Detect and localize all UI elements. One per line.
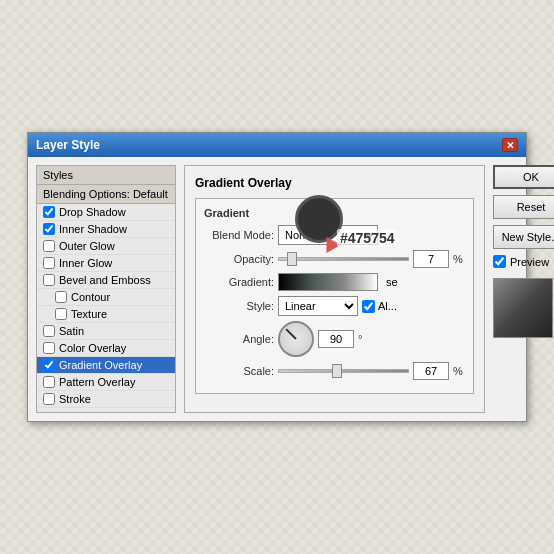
layer-item-inner-glow[interactable]: Inner Glow [37, 255, 175, 272]
style-select[interactable]: Linear Radial Angle [278, 296, 358, 316]
layer-item-gradient-overlay[interactable]: Gradient Overlay [37, 357, 175, 374]
blend-mode-label: Blend Mode: [204, 229, 274, 241]
drop-shadow-checkbox[interactable] [43, 206, 55, 218]
align-label: Al... [378, 300, 397, 312]
gradient-row: Gradient: se [204, 273, 465, 291]
layer-item-inner-shadow[interactable]: Inner Shadow [37, 221, 175, 238]
layer-item-color-overlay[interactable]: Color Overlay [37, 340, 175, 357]
scale-row: Scale: % [204, 362, 465, 380]
layer-item-stroke[interactable]: Stroke [37, 391, 175, 408]
opacity-slider-container: % [278, 250, 465, 268]
dialog-title: Layer Style [36, 138, 100, 152]
scale-slider[interactable] [278, 369, 409, 373]
close-button[interactable]: ✕ [502, 138, 518, 152]
gradient-overlay-checkbox[interactable] [43, 359, 55, 371]
layer-item-texture[interactable]: Texture [37, 306, 175, 323]
degree-sign: ° [358, 333, 362, 345]
inner-glow-checkbox[interactable] [43, 257, 55, 269]
pattern-overlay-checkbox[interactable] [43, 376, 55, 388]
color-overlay-label: Color Overlay [59, 342, 126, 354]
blending-options-label: Blending Options: Default [43, 188, 168, 200]
preview-label: Preview [510, 256, 549, 268]
gradient-label: Gradient: [204, 276, 274, 288]
opacity-percent: % [453, 253, 465, 265]
left-panel: Styles Blending Options: Default Drop Sh… [36, 165, 176, 413]
style-row: Style: Linear Radial Angle Al... [204, 296, 465, 316]
color-picker-circle[interactable] [295, 195, 343, 243]
opacity-input[interactable] [413, 250, 449, 268]
styles-header[interactable]: Styles [37, 166, 175, 185]
opacity-label: Opacity: [204, 253, 274, 265]
bevel-emboss-checkbox[interactable] [43, 274, 55, 286]
inner-shadow-label: Inner Shadow [59, 223, 127, 235]
panel-title: Gradient Overlay [195, 176, 474, 190]
color-hex-label: #475754 [337, 229, 398, 247]
layer-item-drop-shadow[interactable]: Drop Shadow [37, 204, 175, 221]
new-style-button[interactable]: New Style... [493, 225, 554, 249]
color-overlay-checkbox[interactable] [43, 342, 55, 354]
dialog-titlebar: Layer Style ✕ [28, 133, 526, 157]
opacity-slider[interactable] [278, 257, 409, 261]
angle-indicator [285, 328, 296, 339]
outer-glow-checkbox[interactable] [43, 240, 55, 252]
texture-checkbox[interactable] [55, 308, 67, 320]
contour-checkbox[interactable] [55, 291, 67, 303]
reverse-label: se [386, 276, 398, 288]
angle-row: Angle: ° [204, 321, 465, 357]
stroke-checkbox[interactable] [43, 393, 55, 405]
inner-shadow-checkbox[interactable] [43, 223, 55, 235]
preview-swatch [493, 278, 553, 338]
layer-item-outer-glow[interactable]: Outer Glow [37, 238, 175, 255]
ok-button[interactable]: OK [493, 165, 554, 189]
align-checkbox-row[interactable]: Al... [362, 300, 397, 313]
blending-options-item[interactable]: Blending Options: Default [37, 185, 175, 204]
scale-input[interactable] [413, 362, 449, 380]
layer-item-pattern-overlay[interactable]: Pattern Overlay [37, 374, 175, 391]
reset-button[interactable]: Reset [493, 195, 554, 219]
styles-label: Styles [43, 169, 73, 181]
preview-checkbox[interactable] [493, 255, 506, 268]
align-checkbox[interactable] [362, 300, 375, 313]
gradient-swatch[interactable] [278, 273, 378, 291]
stroke-label: Stroke [59, 393, 91, 405]
texture-label: Texture [71, 308, 107, 320]
gradient-overlay-label: Gradient Overlay [59, 359, 142, 371]
angle-dial[interactable] [278, 321, 314, 357]
satin-checkbox[interactable] [43, 325, 55, 337]
layer-style-dialog: Layer Style ✕ Styles Blending Options: D… [27, 132, 527, 422]
contour-label: Contour [71, 291, 110, 303]
desktop: Layer Style ✕ Styles Blending Options: D… [0, 0, 554, 554]
scale-slider-container: % [278, 362, 465, 380]
layer-item-satin[interactable]: Satin [37, 323, 175, 340]
scale-label: Scale: [204, 365, 274, 377]
preview-label-row[interactable]: Preview [493, 255, 554, 268]
drop-shadow-label: Drop Shadow [59, 206, 126, 218]
outer-glow-label: Outer Glow [59, 240, 115, 252]
dialog-body: Styles Blending Options: Default Drop Sh… [28, 157, 526, 421]
color-picker-tooltip: #475754 [295, 195, 343, 243]
satin-label: Satin [59, 325, 84, 337]
angle-label: Angle: [204, 333, 274, 345]
layer-item-contour[interactable]: Contour [37, 289, 175, 306]
angle-input[interactable] [318, 330, 354, 348]
style-label: Style: [204, 300, 274, 312]
layer-item-bevel-emboss[interactable]: Bevel and Emboss [37, 272, 175, 289]
bevel-emboss-label: Bevel and Emboss [59, 274, 151, 286]
scale-percent: % [453, 365, 465, 377]
right-panel: OK Reset New Style... Preview [493, 165, 554, 413]
pattern-overlay-label: Pattern Overlay [59, 376, 135, 388]
inner-glow-label: Inner Glow [59, 257, 112, 269]
